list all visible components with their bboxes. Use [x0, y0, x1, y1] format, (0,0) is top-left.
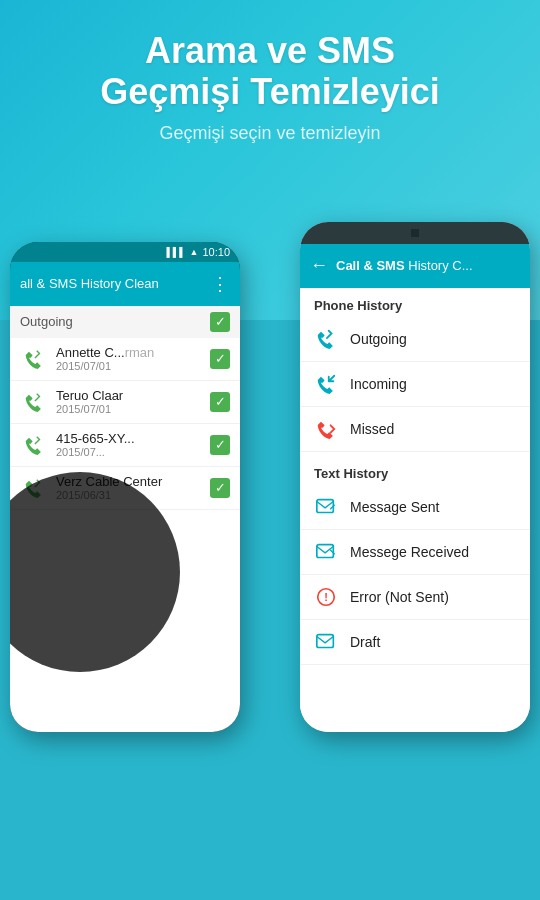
outgoing-call-icon [20, 388, 48, 416]
call-date: 2015/07... [56, 446, 202, 458]
phone-history-label: Phone History [300, 288, 530, 317]
wifi-icon: ▲ [190, 247, 199, 257]
text-history-label: Text History [300, 456, 530, 485]
caller-name: Teruo Claar [56, 388, 202, 403]
app-bar-right-title: Call & SMS History C... [336, 258, 473, 273]
svg-rect-0 [317, 499, 334, 512]
call-item[interactable]: Teruo Claar 2015/07/01 ✓ [10, 381, 240, 424]
hero-subtitle: Geçmişi seçin ve temizleyin [20, 123, 520, 144]
call-item[interactable]: 415-665-XY... 2015/07... ✓ [10, 424, 240, 467]
missed-label: Missed [350, 421, 394, 437]
item-checkbox[interactable]: ✓ [210, 435, 230, 455]
time-display: 10:10 [202, 246, 230, 258]
received-label: Messege Received [350, 544, 469, 560]
menu-item-missed[interactable]: Missed [300, 407, 530, 452]
svg-text:!: ! [324, 590, 328, 602]
app-bar-left-title: all & SMS History Clean [20, 276, 159, 291]
outgoing-call-icon [20, 431, 48, 459]
right-phone: ← Call & SMS History C... Phone History … [300, 222, 530, 732]
hero-section: Arama ve SMSGeçmişi Temizleyici Geçmişi … [0, 0, 540, 154]
left-phone: ▌▌▌ ▲ 10:10 all & SMS History Clean ⋮ Ou… [10, 242, 240, 732]
hero-title: Arama ve SMSGeçmişi Temizleyici [20, 30, 520, 113]
item-checkbox[interactable]: ✓ [210, 392, 230, 412]
call-info: Annette C...rman 2015/07/01 [56, 345, 202, 372]
menu-item-sent[interactable]: Message Sent [300, 485, 530, 530]
received-icon [314, 540, 338, 564]
outgoing-label: Outgoing [350, 331, 407, 347]
caller-name: Annette C...rman [56, 345, 202, 360]
call-item[interactable]: Annette C...rman 2015/07/01 ✓ [10, 338, 240, 381]
outgoing-header-row: Outgoing ✓ [10, 306, 240, 338]
item-checkbox[interactable]: ✓ [210, 349, 230, 369]
missed-icon [314, 417, 338, 441]
outgoing-icon [314, 327, 338, 351]
caller-name: 415-665-XY... [56, 431, 202, 446]
signal-icon: ▌▌▌ [166, 247, 185, 257]
incoming-icon [314, 372, 338, 396]
back-button[interactable]: ← [310, 255, 328, 276]
app-bar-right: ← Call & SMS History C... [300, 244, 530, 288]
incoming-label: Incoming [350, 376, 407, 392]
error-label: Error (Not Sent) [350, 589, 449, 605]
outgoing-call-icon [20, 345, 48, 373]
item-checkbox[interactable]: ✓ [210, 478, 230, 498]
call-date: 2015/07/01 [56, 360, 202, 372]
draft-icon [314, 630, 338, 654]
error-icon: ! [314, 585, 338, 609]
app-bar-left: all & SMS History Clean ⋮ [10, 262, 240, 306]
outgoing-checkbox[interactable]: ✓ [210, 312, 230, 332]
menu-item-outgoing[interactable]: Outgoing [300, 317, 530, 362]
right-phone-content: Phone History Outgoing [300, 288, 530, 732]
phones-container: ▌▌▌ ▲ 10:10 all & SMS History Clean ⋮ Ou… [0, 172, 540, 732]
svg-rect-4 [317, 634, 334, 647]
call-info: Teruo Claar 2015/07/01 [56, 388, 202, 415]
menu-item-error[interactable]: ! Error (Not Sent) [300, 575, 530, 620]
menu-item-received[interactable]: Messege Received [300, 530, 530, 575]
sent-label: Message Sent [350, 499, 440, 515]
sent-icon [314, 495, 338, 519]
menu-item-draft[interactable]: Draft [300, 620, 530, 665]
overflow-menu-icon[interactable]: ⋮ [211, 273, 230, 295]
call-date: 2015/07/01 [56, 403, 202, 415]
status-bar-left: ▌▌▌ ▲ 10:10 [10, 242, 240, 262]
menu-item-incoming[interactable]: Incoming [300, 362, 530, 407]
call-info: 415-665-XY... 2015/07... [56, 431, 202, 458]
outgoing-label: Outgoing [20, 314, 73, 329]
draft-label: Draft [350, 634, 380, 650]
